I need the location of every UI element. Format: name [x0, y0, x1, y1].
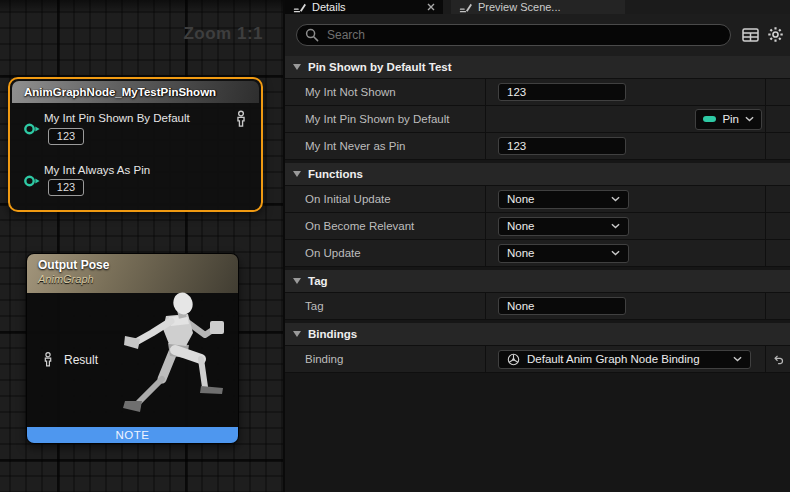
property-label: On Become Relevant: [305, 220, 414, 232]
on-update-dropdown[interactable]: None: [498, 244, 629, 263]
search-box[interactable]: [296, 24, 731, 46]
pin-mode-dropdown[interactable]: Pin: [695, 109, 762, 130]
chevron-down-icon: [733, 356, 742, 362]
pin-label: My Int Pin Shown By Default: [44, 112, 190, 124]
tag-input[interactable]: [498, 297, 626, 315]
section-title: Functions: [308, 168, 363, 180]
node-title: Output Pose: [38, 258, 238, 272]
pin-mode-value: Pin: [722, 113, 739, 125]
property-row: Tag: [285, 293, 790, 320]
on-become-relevant-dropdown[interactable]: None: [498, 217, 629, 236]
panel-tab-strip: Details Preview Scene...: [285, 0, 790, 14]
search-row: [285, 14, 790, 57]
person-icon[interactable]: [233, 110, 249, 128]
binding-dropdown[interactable]: Default Anim Graph Node Binding: [498, 350, 751, 369]
property-label: My Int Never as Pin: [305, 140, 405, 152]
pin-pill-icon: [703, 116, 716, 122]
collapse-arrow-icon: [293, 331, 301, 337]
tab-details[interactable]: Details: [285, 0, 443, 14]
properties-list: Pin Shown by Default Test My Int Not Sho…: [285, 56, 790, 492]
my-int-not-shown-input[interactable]: [498, 83, 626, 101]
section-title: Tag: [308, 275, 328, 287]
property-row: Binding Default Anim Graph Node Binding: [285, 346, 790, 373]
my-int-never-as-pin-input[interactable]: [498, 137, 626, 155]
collapse-arrow-icon: [293, 171, 301, 177]
node-title[interactable]: AnimGraphNode_MyTestPinShown: [12, 81, 259, 103]
int-pin-icon[interactable]: [23, 122, 41, 136]
search-input[interactable]: [325, 27, 730, 43]
result-pin[interactable]: Result: [41, 351, 98, 368]
section-title: Pin Shown by Default Test: [308, 61, 452, 73]
pin-value-box[interactable]: 123: [48, 179, 84, 196]
property-label: My Int Not Shown: [305, 86, 396, 98]
property-row: On Initial Update None: [285, 186, 790, 213]
collapse-arrow-icon: [293, 278, 301, 284]
dropdown-value: Default Anim Graph Node Binding: [527, 353, 726, 365]
chevron-down-icon: [611, 223, 620, 229]
property-row: On Become Relevant None: [285, 213, 790, 240]
section-header-functions[interactable]: Functions: [285, 163, 790, 186]
graph-zoom-indicator: Zoom 1:1: [183, 24, 263, 44]
reset-to-default-icon[interactable]: [772, 353, 785, 366]
anim-graph-canvas[interactable]: Zoom 1:1 AnimGraphNode_MyTestPinShown My…: [0, 0, 283, 492]
graph-top-shadow: [0, 0, 283, 14]
section-header-tag[interactable]: Tag: [285, 270, 790, 293]
close-tab-icon[interactable]: [427, 3, 435, 11]
property-row: On Update None: [285, 240, 790, 267]
property-row: My Int Never as Pin: [285, 133, 790, 160]
collapse-arrow-icon: [293, 64, 301, 70]
output-pose-node[interactable]: Output Pose AnimGraph Result: [26, 253, 239, 444]
dropdown-value: None: [507, 220, 611, 232]
details-panel: Details Preview Scene...: [283, 0, 790, 492]
property-label: On Initial Update: [305, 193, 391, 205]
chevron-down-icon: [611, 196, 620, 202]
tab-label: Details: [312, 1, 346, 13]
property-label: My Int Pin Shown by Default: [305, 113, 449, 125]
display-filter-table-icon[interactable]: [742, 28, 759, 42]
preview-scene-icon: [459, 2, 472, 13]
chevron-down-icon: [611, 250, 620, 256]
search-icon: [305, 28, 319, 42]
details-panel-icon: [293, 2, 306, 13]
dropdown-value: None: [507, 247, 611, 259]
binding-icon: [507, 353, 520, 366]
dropdown-value: None: [507, 193, 611, 205]
on-initial-update-dropdown[interactable]: None: [498, 190, 629, 209]
pin-label: My Int Always As Pin: [44, 164, 150, 176]
result-pin-label: Result: [64, 353, 98, 367]
chevron-down-icon: [745, 116, 754, 122]
tab-label: Preview Scene...: [478, 1, 561, 13]
running-mannequin-image: [109, 291, 239, 431]
tab-preview-scene[interactable]: Preview Scene...: [451, 0, 625, 14]
section-header-pin-shown-by-default-test[interactable]: Pin Shown by Default Test: [285, 56, 790, 79]
anim-graph-node[interactable]: AnimGraphNode_MyTestPinShown My Int Pin …: [8, 77, 263, 212]
property-row: My Int Pin Shown by Default Pin: [285, 106, 790, 133]
section-title: Bindings: [308, 328, 357, 340]
section-header-bindings[interactable]: Bindings: [285, 323, 790, 346]
property-label: On Update: [305, 247, 361, 259]
int-pin-icon[interactable]: [23, 174, 41, 188]
property-row: My Int Not Shown: [285, 79, 790, 106]
node-header[interactable]: Output Pose AnimGraph: [27, 254, 238, 293]
node-note-bar[interactable]: NOTE: [27, 427, 238, 443]
property-label: Tag: [305, 300, 324, 312]
pin-value-box[interactable]: 123: [48, 128, 84, 145]
node-subtitle: AnimGraph: [38, 273, 238, 285]
property-label: Binding: [305, 353, 343, 365]
settings-gear-icon[interactable]: [767, 26, 784, 43]
person-icon: [41, 351, 55, 368]
